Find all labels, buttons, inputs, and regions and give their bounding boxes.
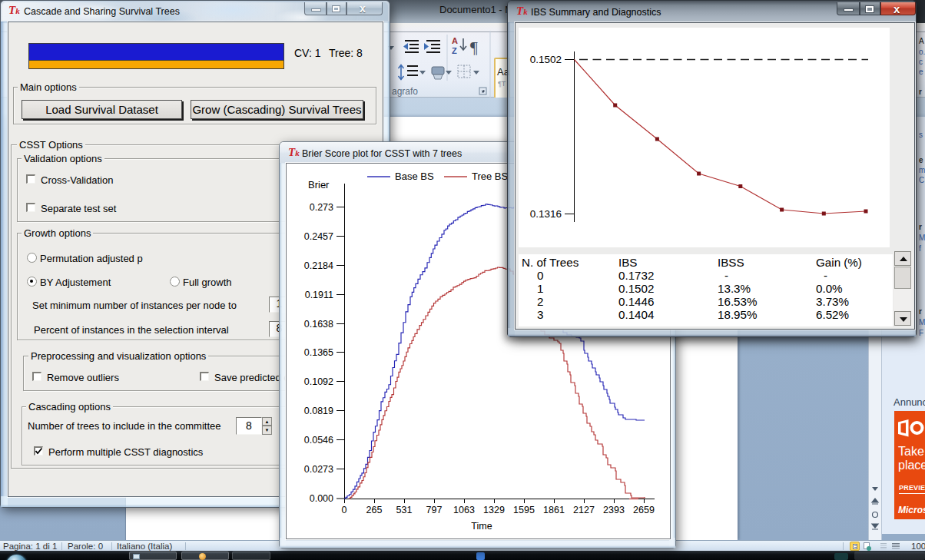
svg-text:0.000: 0.000 <box>310 493 333 504</box>
svg-text:Base BS: Base BS <box>395 171 434 182</box>
svg-text:-: - <box>724 269 728 282</box>
svg-text:0.0546: 0.0546 <box>304 435 333 446</box>
svg-text:2393: 2393 <box>603 505 625 515</box>
svg-text:A: A <box>452 36 458 45</box>
svg-text:Brier: Brier <box>308 179 330 191</box>
svg-text:2659: 2659 <box>633 505 655 515</box>
svg-text:0.1638: 0.1638 <box>304 319 333 330</box>
svg-text:0: 0 <box>342 505 347 515</box>
svg-text:0.1092: 0.1092 <box>304 376 333 387</box>
svg-text:0.1502: 0.1502 <box>530 54 562 65</box>
svg-text:0.1911: 0.1911 <box>305 290 333 300</box>
svg-text:Time: Time <box>471 521 492 532</box>
svg-text:6.52%: 6.52% <box>816 308 849 321</box>
svg-text:0.1732: 0.1732 <box>618 269 654 282</box>
svg-text:¶: ¶ <box>470 38 478 57</box>
svg-text:0.1446: 0.1446 <box>618 295 654 308</box>
svg-text:797: 797 <box>426 505 443 515</box>
svg-text:0.1502: 0.1502 <box>618 282 654 295</box>
svg-text:0: 0 <box>537 269 543 282</box>
svg-text:0.1365: 0.1365 <box>304 347 333 358</box>
svg-text:Z: Z <box>452 46 457 55</box>
svg-text:3: 3 <box>537 308 543 321</box>
svg-text:0.0273: 0.0273 <box>304 464 333 475</box>
svg-text:IBSS: IBSS <box>718 256 744 269</box>
svg-text:531: 531 <box>396 505 413 515</box>
svg-text:0.2457: 0.2457 <box>304 231 333 242</box>
svg-text:0.2184: 0.2184 <box>304 260 333 271</box>
svg-text:N. of Trees: N. of Trees <box>522 256 579 269</box>
svg-text:2127: 2127 <box>573 505 595 515</box>
svg-text:0.1316: 0.1316 <box>530 208 562 220</box>
svg-text:agrafo: agrafo <box>392 86 418 97</box>
svg-text:2: 2 <box>537 295 543 308</box>
svg-text:13.3%: 13.3% <box>718 282 751 295</box>
svg-text:Gain (%): Gain (%) <box>816 256 862 269</box>
svg-text:IBS: IBS <box>618 256 637 269</box>
svg-text:1595: 1595 <box>513 505 535 515</box>
svg-text:18.95%: 18.95% <box>718 308 758 321</box>
svg-text:16.53%: 16.53% <box>718 295 758 308</box>
svg-text:0.0%: 0.0% <box>816 282 843 295</box>
svg-text:1: 1 <box>537 282 543 295</box>
svg-text:-: - <box>824 269 827 282</box>
svg-text:265: 265 <box>366 505 383 515</box>
svg-text:1063: 1063 <box>453 505 475 515</box>
svg-text:1329: 1329 <box>483 505 505 515</box>
svg-text:0.1404: 0.1404 <box>618 308 654 321</box>
svg-text:Tree BS: Tree BS <box>472 171 509 182</box>
svg-text:0.273: 0.273 <box>310 202 333 213</box>
svg-text:0.0819: 0.0819 <box>304 406 333 416</box>
svg-text:1861: 1861 <box>543 505 565 515</box>
svg-text:3.73%: 3.73% <box>816 295 849 308</box>
